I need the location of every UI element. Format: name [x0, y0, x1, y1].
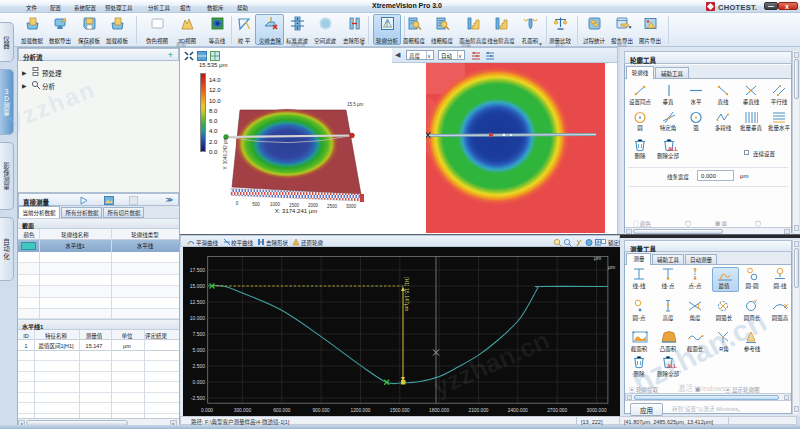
svg-text:1500.000: 1500.000 [390, 408, 410, 413]
svg-text:1200.000: 1200.000 [350, 408, 370, 413]
svg-text:2100.000: 2100.000 [468, 408, 488, 413]
svg-text:600.000: 600.000 [273, 408, 291, 413]
svg-text:0.000: 0.000 [201, 408, 213, 413]
svg-text:0.000: 0.000 [192, 379, 205, 385]
svg-text:10.000: 10.000 [190, 315, 206, 321]
svg-text:2400.000: 2400.000 [508, 408, 528, 413]
svg-text:5.000: 5.000 [192, 347, 205, 353]
svg-text:17.500: 17.500 [190, 267, 206, 273]
svg-text:12.500: 12.500 [190, 299, 206, 305]
svg-text:15.000: 15.000 [190, 283, 206, 289]
svg-text:300.000: 300.000 [234, 408, 252, 413]
svg-text:7.500: 7.500 [192, 331, 205, 337]
svg-text:ALL: ALL [667, 363, 677, 369]
svg-text:μm: μm [608, 264, 615, 270]
svg-text:1800.000: 1800.000 [429, 408, 449, 413]
svg-text:2700.000: 2700.000 [547, 408, 567, 413]
svg-text:2.500: 2.500 [192, 363, 205, 369]
svg-text:μm: μm [594, 255, 601, 261]
svg-text:[H1] 15.147μm: [H1] 15.147μm [404, 277, 410, 311]
svg-text:900.000: 900.000 [312, 408, 330, 413]
svg-text:ALL: ALL [668, 146, 678, 152]
svg-text:-2.500: -2.500 [191, 395, 205, 401]
svg-text:3000.000: 3000.000 [587, 408, 607, 413]
